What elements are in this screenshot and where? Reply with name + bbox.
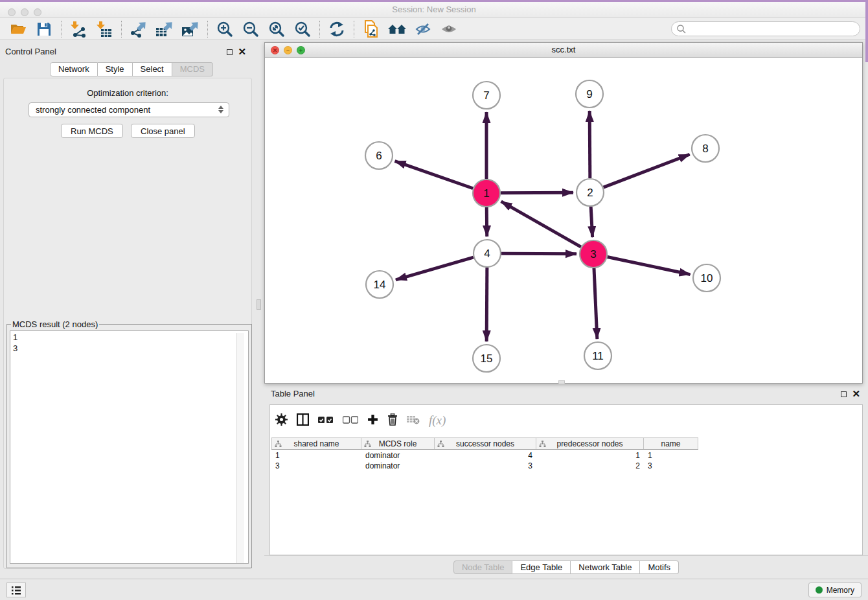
column-header-predecessor-nodes[interactable]: predecessor nodes xyxy=(536,438,644,449)
edge-3-11[interactable] xyxy=(594,268,597,339)
float-table-panel-icon[interactable] xyxy=(841,391,847,397)
network-bottom-handle[interactable] xyxy=(558,380,565,384)
cell-MCDS-role[interactable]: dominator xyxy=(361,450,435,461)
edge-1-2[interactable] xyxy=(501,192,573,193)
result-scrollbar[interactable] xyxy=(236,333,244,564)
window-controls[interactable] xyxy=(8,8,41,16)
close-network-icon[interactable]: ✕ xyxy=(271,46,279,54)
cell-shared-name[interactable]: 1 xyxy=(271,450,361,461)
select-all-columns-button[interactable] xyxy=(318,416,334,426)
zoom-out-button[interactable] xyxy=(238,19,264,39)
close-panel-icon[interactable]: ✕ xyxy=(238,48,246,56)
edge-4-3[interactable] xyxy=(501,253,577,254)
edge-2-8[interactable] xyxy=(604,154,690,187)
network-canvas[interactable]: 1234678910111415 xyxy=(265,58,862,383)
minimize-network-icon[interactable]: − xyxy=(284,46,292,54)
table-panel-controls: ✕ xyxy=(841,390,860,398)
table-settings-button[interactable] xyxy=(275,413,288,428)
maximize-network-icon[interactable]: + xyxy=(297,46,305,54)
function-builder-button[interactable]: f(x) xyxy=(429,413,446,428)
cell-successor-nodes[interactable]: 4 xyxy=(435,450,536,461)
copy-network-icon xyxy=(363,20,380,38)
task-history-button[interactable] xyxy=(6,583,26,597)
toggle-column-view-button[interactable] xyxy=(297,413,309,428)
delete-table-button[interactable] xyxy=(407,415,420,426)
node-table-container: f(x) shared nameMCDS rolesuccessor nodes… xyxy=(269,404,863,555)
home-button[interactable] xyxy=(384,19,410,39)
tab-select[interactable]: Select xyxy=(133,62,172,76)
column-header-MCDS-role[interactable]: MCDS role xyxy=(361,438,435,449)
delete-table-icon xyxy=(407,415,420,424)
mcds-result-text[interactable]: 1 3 xyxy=(10,330,249,564)
zoom-window-icon[interactable] xyxy=(34,8,41,16)
main-toolbar xyxy=(0,18,868,40)
minimize-window-icon[interactable] xyxy=(21,8,29,16)
tree-icon xyxy=(275,441,282,448)
split-divider-handle[interactable] xyxy=(257,299,261,310)
cell-predecessor-nodes[interactable]: 2 xyxy=(536,461,644,471)
memory-label: Memory xyxy=(827,586,854,595)
create-column-button[interactable] xyxy=(367,414,378,427)
edge-1-6[interactable] xyxy=(395,161,474,189)
table-row-1[interactable]: 3dominator323 xyxy=(271,461,698,471)
show-all-button[interactable] xyxy=(436,19,462,39)
tab-motifs[interactable]: Motifs xyxy=(640,560,679,574)
eye-icon xyxy=(440,23,457,36)
import-table-button[interactable] xyxy=(91,19,117,39)
zoom-fit-button[interactable] xyxy=(264,19,290,39)
cell-predecessor-nodes[interactable]: 1 xyxy=(536,450,644,461)
task-list-icon xyxy=(10,585,22,595)
column-header-name[interactable]: name xyxy=(644,438,698,449)
close-panel-button[interactable]: Close panel xyxy=(131,124,195,138)
optimization-criterion-label: Optimization criterion: xyxy=(0,88,255,98)
memory-button[interactable]: Memory xyxy=(808,583,862,597)
import-network-icon xyxy=(70,21,87,38)
column-header-shared-name[interactable]: shared name xyxy=(271,438,361,449)
tab-edge-table[interactable]: Edge Table xyxy=(512,560,571,574)
column-label: predecessor nodes xyxy=(556,439,622,448)
criterion-dropdown[interactable]: strongly connected component xyxy=(29,102,229,117)
zoom-in-button[interactable] xyxy=(212,19,238,39)
tab-style[interactable]: Style xyxy=(98,62,133,76)
node-label-2: 2 xyxy=(587,187,593,199)
plus-icon xyxy=(367,414,378,425)
close-table-panel-icon[interactable]: ✕ xyxy=(852,390,860,398)
save-session-button[interactable] xyxy=(31,19,57,39)
close-window-icon[interactable] xyxy=(8,8,16,16)
refresh-button[interactable] xyxy=(324,19,350,39)
new-network-from-selection-button[interactable] xyxy=(358,19,384,39)
column-header-successor-nodes[interactable]: successor nodes xyxy=(435,438,536,449)
control-panel-tabs: Network Style Select MCDS xyxy=(50,62,213,76)
node-label-3: 3 xyxy=(590,248,596,260)
tab-network[interactable]: Network xyxy=(50,62,98,76)
edge-2-9[interactable] xyxy=(589,111,590,178)
network-window-titlebar[interactable]: ✕ − + scc.txt xyxy=(265,43,862,58)
tab-node-table[interactable]: Node Table xyxy=(453,560,513,574)
cell-shared-name[interactable]: 3 xyxy=(271,461,361,471)
tab-network-table[interactable]: Network Table xyxy=(571,560,640,574)
edge-4-15[interactable] xyxy=(486,268,487,341)
run-mcds-button[interactable]: Run MCDS xyxy=(61,124,123,138)
edge-2-3[interactable] xyxy=(591,207,592,237)
cell-name[interactable]: 1 xyxy=(644,450,698,461)
export-network-button[interactable] xyxy=(126,19,152,39)
float-panel-icon[interactable] xyxy=(227,49,233,55)
delete-column-button[interactable] xyxy=(387,413,398,428)
export-image-button[interactable] xyxy=(177,19,203,39)
edge-3-10[interactable] xyxy=(608,257,691,275)
deselect-all-columns-button[interactable] xyxy=(343,416,358,426)
edge-3-1[interactable] xyxy=(501,202,581,247)
tab-mcds[interactable]: MCDS xyxy=(172,62,213,76)
cell-MCDS-role[interactable]: dominator xyxy=(361,461,435,471)
zoom-selected-button[interactable] xyxy=(290,19,315,39)
cell-name[interactable]: 3 xyxy=(644,461,698,471)
hide-selected-button[interactable] xyxy=(410,19,436,39)
tree-icon xyxy=(539,441,546,448)
table-row-0[interactable]: 1dominator411 xyxy=(271,450,698,461)
import-network-button[interactable] xyxy=(65,19,91,39)
cell-successor-nodes[interactable]: 3 xyxy=(435,461,536,471)
open-session-button[interactable] xyxy=(5,19,31,39)
edge-4-14[interactable] xyxy=(396,257,474,280)
search-input[interactable] xyxy=(671,21,860,36)
export-table-button[interactable] xyxy=(152,19,177,39)
